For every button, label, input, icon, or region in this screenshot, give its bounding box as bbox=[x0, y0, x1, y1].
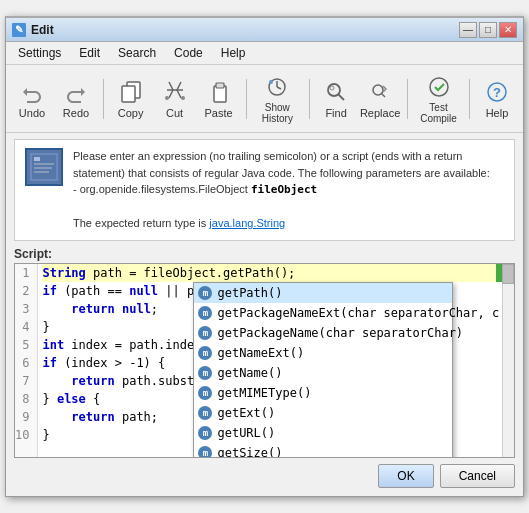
svg-point-16 bbox=[430, 78, 448, 96]
window-title: Edit bbox=[31, 23, 54, 37]
menu-edit[interactable]: Edit bbox=[71, 44, 108, 62]
autocomplete-popup[interactable]: m getPath() m getPackageNameExt(char sep… bbox=[193, 282, 453, 457]
vertical-scrollbar[interactable] bbox=[502, 264, 514, 457]
ac-item-text: getSize() bbox=[217, 444, 282, 457]
scrollbar-thumb[interactable] bbox=[502, 264, 514, 284]
menu-code[interactable]: Code bbox=[166, 44, 211, 62]
code-line-1: String path = fileObject.getPath(); bbox=[42, 264, 514, 282]
autocomplete-item-4[interactable]: m getNameExt() bbox=[194, 343, 452, 363]
line-numbers: 1 2 3 4 5 6 7 8 9 10 bbox=[15, 264, 38, 457]
copy-icon bbox=[117, 78, 145, 106]
replace-icon bbox=[366, 78, 394, 106]
maximize-button[interactable]: □ bbox=[479, 22, 497, 38]
menu-settings[interactable]: Settings bbox=[10, 44, 69, 62]
window-icon: ✎ bbox=[12, 23, 26, 37]
svg-rect-24 bbox=[34, 171, 49, 173]
svg-line-12 bbox=[338, 94, 344, 100]
toolbar: Undo Redo Copy bbox=[6, 65, 523, 133]
title-bar: ✎ Edit — □ ✕ bbox=[6, 18, 523, 42]
find-icon bbox=[322, 78, 350, 106]
separator-5 bbox=[469, 79, 470, 119]
svg-line-15 bbox=[381, 93, 385, 97]
svg-line-9 bbox=[277, 87, 281, 89]
svg-rect-21 bbox=[34, 157, 40, 161]
info-box: Please enter an expression (no trailing … bbox=[14, 139, 515, 241]
autocomplete-item-5[interactable]: m getName() bbox=[194, 363, 452, 383]
svg-point-10 bbox=[269, 80, 273, 84]
title-controls: — □ ✕ bbox=[459, 22, 517, 38]
ac-item-text: getExt() bbox=[217, 404, 275, 422]
method-icon: m bbox=[198, 286, 212, 300]
method-icon: m bbox=[198, 346, 212, 360]
paste-icon bbox=[205, 78, 233, 106]
script-label: Script: bbox=[14, 247, 515, 261]
autocomplete-item-9[interactable]: m getSize() bbox=[194, 443, 452, 457]
find-button[interactable]: Find bbox=[316, 74, 356, 123]
close-button[interactable]: ✕ bbox=[499, 22, 517, 38]
code-editor[interactable]: String path = fileObject.getPath(); if (… bbox=[38, 264, 514, 457]
ac-item-text: getNameExt() bbox=[217, 344, 304, 362]
undo-button[interactable]: Undo bbox=[12, 74, 52, 123]
help-button[interactable]: ? Help bbox=[477, 74, 517, 123]
compile-icon bbox=[425, 73, 453, 101]
svg-rect-1 bbox=[122, 86, 135, 102]
cut-button[interactable]: Cut bbox=[155, 74, 195, 123]
editor-lines: 1 2 3 4 5 6 7 8 9 10 String path = fileO… bbox=[15, 264, 514, 457]
title-bar-left: ✎ Edit bbox=[12, 23, 54, 37]
ac-item-text: getPackageName(char separatorChar) bbox=[217, 324, 463, 342]
method-icon: m bbox=[198, 326, 212, 340]
menu-bar: Settings Edit Search Code Help bbox=[6, 42, 523, 65]
ok-button[interactable]: OK bbox=[378, 464, 433, 488]
ac-item-text: getName() bbox=[217, 364, 282, 382]
svg-rect-23 bbox=[34, 167, 52, 169]
method-icon: m bbox=[198, 306, 212, 320]
cut-icon bbox=[161, 78, 189, 106]
ac-item-text: getURL() bbox=[217, 424, 275, 442]
autocomplete-item-2[interactable]: m getPackageNameExt(char separatorChar, … bbox=[194, 303, 452, 323]
ac-item-text: getPackageNameExt(char separatorChar, c bbox=[217, 304, 499, 322]
menu-search[interactable]: Search bbox=[110, 44, 164, 62]
ac-item-text: getMIMEType() bbox=[217, 384, 311, 402]
svg-text:?: ? bbox=[493, 85, 501, 100]
info-icon bbox=[25, 148, 63, 186]
autocomplete-item-3[interactable]: m getPackageName(char separatorChar) bbox=[194, 323, 452, 343]
history-icon bbox=[263, 73, 291, 101]
method-icon: m bbox=[198, 426, 212, 440]
dialog-buttons: OK Cancel bbox=[6, 458, 523, 496]
svg-point-3 bbox=[181, 96, 185, 100]
editor-area[interactable]: 1 2 3 4 5 6 7 8 9 10 String path = fileO… bbox=[14, 263, 515, 458]
method-icon: m bbox=[198, 366, 212, 380]
method-icon: m bbox=[198, 406, 212, 420]
separator-4 bbox=[407, 79, 408, 119]
svg-rect-22 bbox=[34, 163, 54, 165]
separator-3 bbox=[309, 79, 310, 119]
ac-item-text: getPath() bbox=[217, 284, 282, 302]
separator-2 bbox=[246, 79, 247, 119]
menu-help[interactable]: Help bbox=[213, 44, 254, 62]
separator-1 bbox=[103, 79, 104, 119]
svg-point-2 bbox=[165, 96, 169, 100]
test-compile-button[interactable]: Test Compile bbox=[415, 69, 463, 128]
autocomplete-item-8[interactable]: m getURL() bbox=[194, 423, 452, 443]
help-icon: ? bbox=[483, 78, 511, 106]
method-icon: m bbox=[198, 386, 212, 400]
svg-rect-6 bbox=[216, 83, 224, 88]
info-text: Please enter an expression (no trailing … bbox=[73, 148, 504, 232]
replace-button[interactable]: Replace bbox=[360, 74, 400, 123]
svg-point-13 bbox=[330, 86, 334, 90]
autocomplete-item-6[interactable]: m getMIMEType() bbox=[194, 383, 452, 403]
autocomplete-item-1[interactable]: m getPath() bbox=[194, 283, 452, 303]
show-history-button[interactable]: Show History bbox=[253, 69, 301, 128]
edit-dialog: ✎ Edit — □ ✕ Settings Edit Search Code H… bbox=[5, 16, 524, 497]
method-icon: m bbox=[198, 446, 212, 457]
redo-icon bbox=[62, 78, 90, 106]
minimize-button[interactable]: — bbox=[459, 22, 477, 38]
autocomplete-item-7[interactable]: m getExt() bbox=[194, 403, 452, 423]
paste-button[interactable]: Paste bbox=[199, 74, 239, 123]
copy-button[interactable]: Copy bbox=[111, 74, 151, 123]
redo-button[interactable]: Redo bbox=[56, 74, 96, 123]
undo-icon bbox=[18, 78, 46, 106]
cancel-button[interactable]: Cancel bbox=[440, 464, 515, 488]
